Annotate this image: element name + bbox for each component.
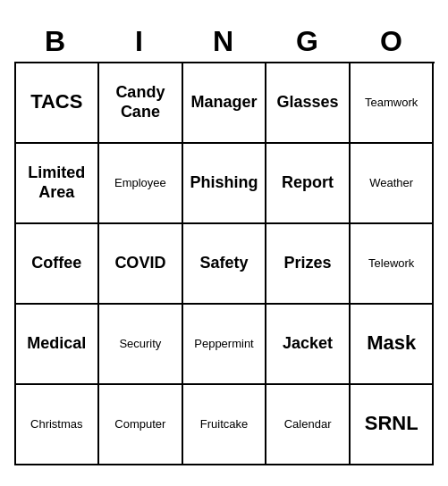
header-letter-n: N (182, 21, 266, 62)
header-letter-b: B (14, 21, 98, 62)
bingo-cell-18: Jacket (266, 305, 351, 385)
bingo-card: BINGO TACSCandy CaneManagerGlassesTeamwo… (14, 21, 435, 465)
bingo-cell-5: Limited Area (16, 144, 100, 224)
bingo-cell-2: Manager (183, 63, 267, 144)
bingo-cell-9: Weather (351, 144, 435, 224)
bingo-cell-15: Medical (16, 305, 100, 385)
bingo-cell-17: Peppermint (183, 305, 267, 385)
bingo-cell-20: Christmas (16, 385, 100, 465)
bingo-cell-14: Telework (351, 224, 435, 305)
bingo-grid: TACSCandy CaneManagerGlassesTeamworkLimi… (14, 62, 435, 465)
bingo-cell-1: Candy Cane (99, 63, 183, 144)
header-letter-i: I (98, 21, 182, 62)
bingo-cell-22: Fruitcake (183, 385, 267, 465)
bingo-cell-11: COVID (99, 224, 183, 305)
bingo-cell-0: TACS (16, 63, 100, 144)
bingo-cell-24: SRNL (351, 385, 435, 465)
bingo-cell-3: Glasses (266, 63, 351, 144)
header-letter-g: G (266, 21, 351, 62)
header-letter-o: O (351, 21, 435, 62)
bingo-cell-10: Coffee (16, 224, 100, 305)
bingo-cell-4: Teamwork (351, 63, 435, 144)
bingo-cell-21: Computer (99, 385, 183, 465)
bingo-cell-7: Phishing (183, 144, 267, 224)
bingo-header: BINGO (14, 21, 435, 62)
bingo-cell-13: Prizes (266, 224, 351, 305)
bingo-cell-16: Security (99, 305, 183, 385)
bingo-cell-8: Report (266, 144, 351, 224)
bingo-cell-6: Employee (99, 144, 183, 224)
bingo-cell-23: Calendar (266, 385, 351, 465)
bingo-cell-12: Safety (183, 224, 267, 305)
bingo-cell-19: Mask (351, 305, 435, 385)
